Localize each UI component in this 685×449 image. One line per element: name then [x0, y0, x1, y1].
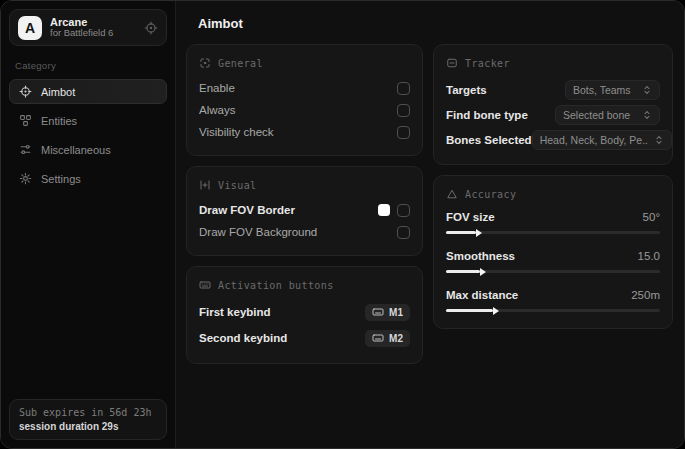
- sliders-icon: [19, 143, 32, 156]
- keybind-label: First keybind: [199, 306, 271, 318]
- visual-card: Visual Draw FOV Border Draw FOV Backgrou…: [186, 166, 423, 256]
- chevrons-up-down-icon: [654, 135, 664, 145]
- sidebar: A Arcane for Battlefield 6 Category Aimb…: [1, 1, 176, 448]
- scan-icon: [446, 57, 458, 69]
- select-label: Find bone type: [446, 109, 528, 121]
- select-label: Bones Selected: [446, 134, 532, 146]
- keybind-row: First keybind M1: [199, 299, 410, 325]
- sidebar-item-label: Miscellaneous: [41, 144, 111, 156]
- find-bone-type-select[interactable]: Selected bone: [555, 105, 660, 125]
- category-label: Category: [15, 60, 161, 71]
- keyboard-icon: [372, 332, 384, 344]
- draw-fov-border-checkbox[interactable]: [397, 204, 410, 217]
- general-card: General Enable Always Visibility check: [186, 44, 423, 156]
- second-keybind-button[interactable]: M2: [365, 330, 410, 347]
- enable-checkbox[interactable]: [397, 82, 410, 95]
- logo-card: A Arcane for Battlefield 6: [9, 9, 167, 46]
- chevrons-up-down-icon: [642, 110, 652, 120]
- fov-frame-icon: [199, 179, 211, 191]
- toggle-label: Enable: [199, 82, 235, 94]
- toggle-label: Draw FOV Background: [199, 226, 317, 238]
- targets-select[interactable]: Bots, Teams: [565, 80, 660, 100]
- toggle-label: Visibility check: [199, 126, 274, 138]
- keybind-value: M1: [389, 307, 403, 318]
- card-title: Visual: [218, 180, 257, 191]
- sub-expiry-text: Sub expires in 56d 23h: [19, 406, 157, 420]
- toggle-label: Draw FOV Border: [199, 204, 295, 216]
- card-title: Accuracy: [465, 189, 516, 200]
- select-row: Find bone type Selected bone: [446, 102, 660, 127]
- slider-thumb[interactable]: [476, 229, 482, 237]
- bones-selected-select[interactable]: Head, Neck, Body, Pe...: [532, 130, 672, 150]
- slider-row: Smoothness 15.0: [446, 247, 660, 275]
- app-subtitle: for Battlefield 6: [50, 28, 136, 39]
- visual-card-header: Visual: [199, 179, 410, 191]
- toggle-row: Draw FOV Background: [199, 221, 410, 243]
- select-row: Targets Bots, Teams: [446, 77, 660, 102]
- always-checkbox[interactable]: [397, 104, 410, 117]
- select-value: Bots, Teams: [573, 84, 631, 96]
- sidebar-item-aimbot[interactable]: Aimbot: [9, 79, 167, 104]
- toggle-label: Always: [199, 104, 235, 116]
- visibility-check-checkbox[interactable]: [397, 126, 410, 139]
- sidebar-item-label: Entities: [41, 115, 77, 127]
- toggle-row: Draw FOV Border: [199, 199, 410, 221]
- tracker-card: Tracker Targets Bots, Teams Find bone ty…: [433, 44, 673, 165]
- general-card-header: General: [199, 57, 410, 69]
- sidebar-item-label: Settings: [41, 173, 81, 185]
- select-label: Targets: [446, 84, 487, 96]
- slider-thumb[interactable]: [493, 307, 499, 315]
- toggle-row: Visibility check: [199, 121, 410, 143]
- max-distance-slider[interactable]: [446, 304, 660, 314]
- tracker-card-header: Tracker: [446, 57, 660, 69]
- card-title: General: [218, 58, 263, 69]
- main-content: Aimbot General Enable: [176, 1, 685, 448]
- keybind-value: M2: [389, 333, 403, 344]
- triangle-icon: [446, 188, 458, 200]
- slider-thumb[interactable]: [480, 268, 486, 276]
- sidebar-item-entities[interactable]: Entities: [9, 108, 167, 133]
- select-value: Head, Neck, Body, Pe...: [540, 134, 648, 146]
- slider-label: Smoothness: [446, 250, 515, 262]
- toggle-row: Always: [199, 99, 410, 121]
- app-logo: A: [18, 16, 42, 40]
- toggle-row: Enable: [199, 77, 410, 99]
- entities-icon: [19, 114, 32, 127]
- app-window: A Arcane for Battlefield 6 Category Aimb…: [0, 0, 685, 449]
- select-value: Selected bone: [563, 109, 630, 121]
- chevrons-up-down-icon: [642, 85, 652, 95]
- slider-value: 50°: [643, 211, 660, 223]
- fov-size-slider[interactable]: [446, 226, 660, 236]
- activation-card-header: Activation buttons: [199, 279, 410, 291]
- focus-icon: [199, 57, 211, 69]
- page-title: Aimbot: [198, 16, 673, 31]
- sidebar-item-label: Aimbot: [41, 86, 75, 98]
- slider-label: Max distance: [446, 289, 518, 301]
- right-column: Tracker Targets Bots, Teams Find bone ty…: [433, 44, 673, 339]
- first-keybind-button[interactable]: M1: [365, 304, 410, 321]
- draw-fov-background-checkbox[interactable]: [397, 226, 410, 239]
- gear-icon: [19, 172, 32, 185]
- sidebar-item-miscellaneous[interactable]: Miscellaneous: [9, 137, 167, 162]
- left-column: General Enable Always Visibility check: [186, 44, 423, 374]
- smoothness-slider[interactable]: [446, 265, 660, 275]
- sidebar-item-settings[interactable]: Settings: [9, 166, 167, 191]
- crosshair-icon[interactable]: [144, 21, 158, 35]
- keybind-label: Second keybind: [199, 332, 287, 344]
- keyboard-icon: [199, 279, 211, 291]
- accuracy-card-header: Accuracy: [446, 188, 660, 200]
- crosshair-icon: [19, 85, 32, 98]
- card-title: Activation buttons: [218, 280, 334, 291]
- app-title-block: Arcane for Battlefield 6: [50, 16, 136, 40]
- fov-border-color-swatch[interactable]: [378, 204, 390, 216]
- card-title: Tracker: [465, 58, 510, 69]
- accuracy-card: Accuracy FOV size 50° Smoothness: [433, 175, 673, 329]
- session-duration-text: session duration 29s: [19, 420, 157, 434]
- slider-value: 250m: [631, 289, 660, 301]
- subscription-card: Sub expires in 56d 23h session duration …: [9, 399, 167, 440]
- slider-row: Max distance 250m: [446, 286, 660, 314]
- keyboard-icon: [372, 306, 384, 318]
- sidebar-spacer: [9, 195, 167, 399]
- activation-card: Activation buttons First keybind M1 Seco…: [186, 266, 423, 364]
- slider-value: 15.0: [638, 250, 660, 262]
